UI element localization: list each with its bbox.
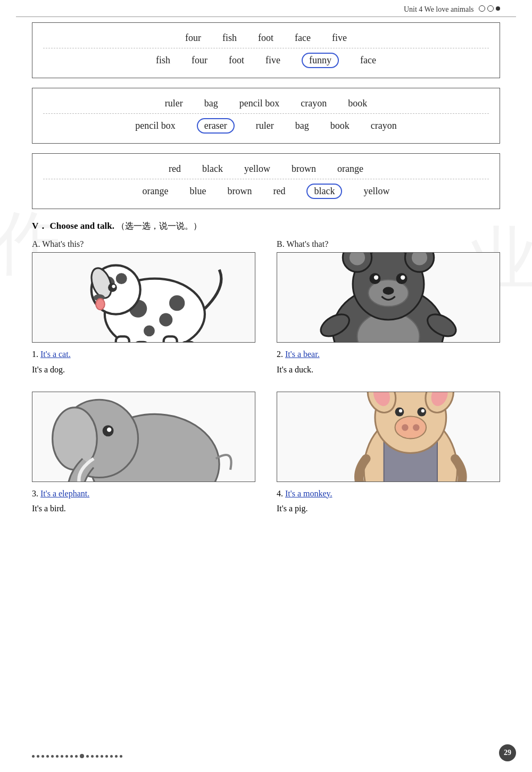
- word-row-2-2: pencil box eraser ruler bag book crayon: [43, 113, 489, 138]
- section-instruction: Choose and talk.: [50, 221, 117, 231]
- svg-point-77: [402, 425, 409, 431]
- animal-header-2: B. What's that?: [277, 239, 500, 249]
- word: crayon: [301, 98, 327, 109]
- word: book: [330, 120, 350, 131]
- word word-strikethrough: foot: [229, 55, 244, 66]
- word: brown: [228, 186, 252, 197]
- word: face: [360, 55, 376, 66]
- word: foot: [258, 32, 273, 44]
- answer-1b: It's a dog.: [32, 362, 255, 378]
- word: four: [185, 32, 201, 44]
- page-header: Unit 4 We love animals: [16, 0, 516, 17]
- svg-point-12: [159, 313, 172, 326]
- dot: [101, 755, 103, 758]
- dot: [115, 755, 118, 758]
- word: yellow: [363, 186, 389, 197]
- animal-item-4: 4. It's a monkey. It's a pig.: [277, 388, 500, 517]
- svg-point-42: [401, 275, 405, 279]
- svg-rect-25: [164, 336, 177, 343]
- section-label: V．: [32, 221, 47, 231]
- answer-number: 4.: [277, 489, 285, 498]
- dot: [86, 755, 89, 758]
- svg-point-76: [395, 417, 427, 439]
- word-box-3: red black yellow brown orange orange blu…: [32, 153, 500, 209]
- section-chinese: （选一选，说一说。）: [117, 221, 202, 230]
- answer-underlined: It's a elephant.: [40, 489, 89, 498]
- svg-point-20: [112, 285, 115, 288]
- word-box-1: four fish foot face five fish four foot …: [32, 22, 500, 78]
- word-row-1-1: four fish foot face five: [43, 28, 489, 48]
- dot: [61, 755, 63, 758]
- word: ruler: [165, 98, 183, 109]
- word-circled: funny: [302, 53, 339, 68]
- animal-answers-2: 2. It's a bear. It's a duck.: [277, 347, 500, 378]
- word: red: [273, 186, 286, 197]
- word: orange: [337, 163, 363, 175]
- dot: [46, 755, 49, 758]
- dot: [91, 755, 94, 758]
- word: five: [332, 32, 347, 44]
- answer-number: 2.: [277, 350, 285, 359]
- circle1: [479, 5, 485, 12]
- animal-item-1: A. What's this?: [32, 239, 255, 378]
- answer-underlined: It's a bear.: [285, 350, 320, 359]
- dots-row: [32, 754, 495, 758]
- answer-3b: It's a bird.: [32, 501, 255, 517]
- animal-answers-1: 1. It's a cat. It's a dog.: [32, 347, 255, 378]
- answer-4: 4. It's a monkey.: [277, 486, 500, 502]
- svg-point-43: [383, 287, 394, 295]
- answer-1: 1. It's a cat.: [32, 347, 255, 362]
- svg-rect-23: [116, 336, 129, 343]
- svg-point-78: [413, 425, 420, 431]
- svg-point-22: [96, 298, 105, 310]
- animal-image-box-3: [32, 392, 255, 482]
- word: book: [348, 98, 367, 109]
- dot: [32, 755, 35, 758]
- word: bag: [204, 98, 218, 109]
- answer-3: 3. It's a elephant.: [32, 486, 255, 502]
- dog-svg: [32, 252, 255, 343]
- dot: [70, 755, 73, 758]
- section-title: V． Choose and talk. （选一选，说一说。）: [32, 220, 500, 232]
- unit-title: Unit 4 We love animals: [404, 5, 474, 13]
- animal-answers-4: 4. It's a monkey. It's a pig.: [277, 486, 500, 517]
- answer-number: 3.: [32, 489, 40, 498]
- svg-point-17: [116, 273, 127, 284]
- word-row-2-1: ruler bag pencil box crayon book: [43, 94, 489, 113]
- word-circled: eraser: [197, 118, 235, 134]
- word: fish: [156, 55, 170, 66]
- svg-point-81: [399, 409, 402, 412]
- word: crayon: [371, 120, 397, 131]
- dot: [105, 755, 108, 758]
- svg-point-14: [169, 295, 185, 311]
- circle3: [496, 6, 500, 11]
- animal-item-3: 3. It's a elephant. It's a bird.: [32, 388, 255, 517]
- svg-point-82: [421, 409, 425, 412]
- word: black: [202, 163, 223, 175]
- bear-svg: [277, 252, 500, 343]
- word: red: [169, 163, 181, 175]
- svg-point-40: [374, 275, 378, 279]
- dot: [56, 755, 59, 758]
- word-row-1-2: fish four foot five funny face: [43, 48, 489, 72]
- dot: [110, 755, 113, 758]
- answer-4b: It's a pig.: [277, 501, 500, 517]
- animals-grid: A. What's this?: [32, 239, 500, 517]
- svg-point-56: [107, 428, 111, 432]
- circle2: [487, 5, 494, 12]
- dot: [75, 755, 78, 758]
- svg-rect-26: [181, 342, 195, 343]
- svg-rect-24: [135, 342, 148, 343]
- dot: [96, 755, 98, 758]
- animal-item-2: B. What's that?: [277, 239, 500, 378]
- word: face: [295, 32, 311, 44]
- word: bag: [295, 120, 309, 131]
- page-number: 29: [499, 744, 516, 761]
- answer-underlined: It's a monkey.: [285, 489, 332, 498]
- animal-header-1: A. What's this?: [32, 239, 255, 249]
- word-row-3-1: red black yellow brown orange: [43, 159, 489, 179]
- dot: [41, 755, 44, 758]
- dot: [120, 755, 122, 758]
- monkey-svg: [277, 392, 500, 482]
- word: four: [192, 55, 207, 66]
